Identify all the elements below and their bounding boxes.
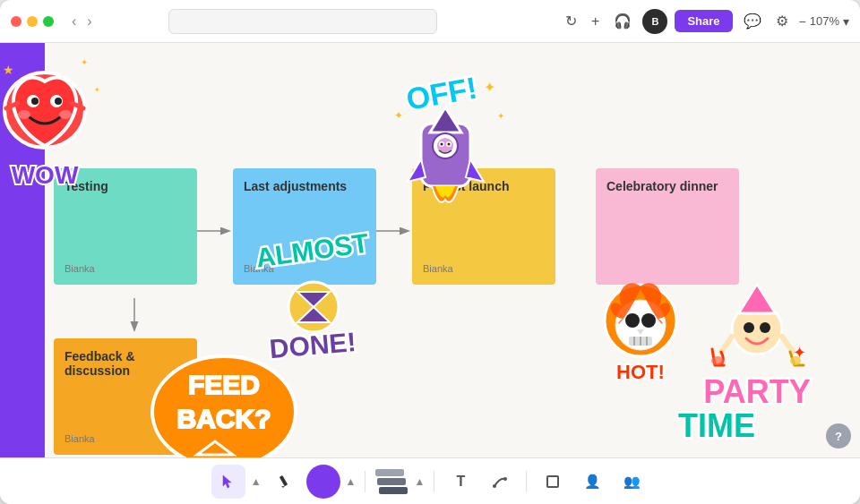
- frame-icon: [545, 474, 561, 490]
- zoom-level: 107%: [810, 14, 839, 28]
- help-button[interactable]: ?: [826, 423, 851, 448]
- headphone-icon[interactable]: 🎧: [610, 9, 635, 33]
- svg-text:HOT!: HOT!: [616, 361, 665, 383]
- svg-text:✦: ✦: [81, 57, 88, 67]
- stack-tool-button[interactable]: [374, 465, 408, 499]
- pen-tool-button[interactable]: [267, 465, 301, 499]
- svg-text:ALMOST: ALMOST: [254, 227, 371, 272]
- address-bar[interactable]: [168, 9, 437, 34]
- purple-circle-icon: [306, 465, 340, 499]
- svg-text:TIME: TIME: [678, 407, 755, 444]
- svg-text:WOW: WOW: [12, 161, 79, 189]
- sticker-wow: WOW ★ ✦ ✦: [0, 47, 125, 195]
- user-icon: 👤: [584, 474, 601, 490]
- svg-text:FEED: FEED: [188, 370, 260, 399]
- title-bar-right: ↻ + 🎧 B Share 💬 ⚙ − 107% ▾: [562, 9, 849, 34]
- svg-point-61: [503, 477, 507, 481]
- minimize-traffic-light[interactable]: [27, 16, 38, 27]
- user-tool-button[interactable]: 👤: [575, 465, 609, 499]
- note-last-adjustments-label: Last adjustments: [244, 179, 366, 193]
- note-project-launch-assignee: Bianka: [423, 263, 545, 274]
- frame-tool-button[interactable]: [536, 465, 570, 499]
- maximize-traffic-light[interactable]: [43, 16, 54, 27]
- close-traffic-light[interactable]: [11, 16, 22, 27]
- new-tab-button[interactable]: +: [588, 10, 603, 33]
- svg-text:★: ★: [3, 63, 14, 77]
- svg-point-30: [448, 143, 451, 146]
- svg-point-55: [790, 356, 801, 365]
- cursor-icon: [220, 474, 236, 490]
- toolbar-divider-1: [365, 471, 366, 492]
- toolbar-divider-2: [434, 471, 434, 492]
- svg-marker-59: [281, 486, 285, 488]
- app-window: ‹ › ↻ + 🎧 B Share 💬 ⚙ − 107% ▾: [0, 0, 860, 504]
- title-bar: ‹ › ↻ + 🎧 B Share 💬 ⚙ − 107% ▾: [0, 0, 860, 43]
- note-celebratory-dinner-label: Celebratory dinner: [606, 179, 728, 193]
- svg-point-50: [760, 322, 770, 333]
- svg-text:OFF!: OFF!: [404, 71, 480, 116]
- toolbar-divider-3: [526, 471, 527, 492]
- select-tool-chevron[interactable]: ▲: [251, 475, 262, 488]
- back-button[interactable]: ‹: [68, 12, 80, 31]
- text-tool-button[interactable]: T: [443, 465, 477, 499]
- stack-tool-chevron[interactable]: ▲: [414, 475, 425, 488]
- traffic-lights: [11, 16, 54, 27]
- svg-text:✦: ✦: [497, 111, 504, 121]
- connector-tool-button[interactable]: [483, 465, 517, 499]
- zoom-in-button[interactable]: ▾: [843, 14, 849, 29]
- nav-arrows: ‹ ›: [68, 12, 96, 31]
- users-icon: 👥: [624, 474, 641, 490]
- svg-point-39: [625, 313, 640, 328]
- svg-point-6: [31, 98, 39, 105]
- user-avatar: B: [642, 9, 667, 34]
- svg-line-52: [782, 337, 793, 352]
- sticker-off-rocket: OFF! ✦ ✦ ✦: [367, 70, 511, 213]
- comment-icon[interactable]: 💬: [740, 9, 765, 33]
- card-stack-icon: [375, 469, 408, 494]
- forward-button[interactable]: ›: [83, 12, 95, 31]
- svg-point-40: [641, 313, 656, 328]
- settings-icon[interactable]: ⚙: [772, 9, 792, 33]
- svg-text:BACK?: BACK?: [177, 404, 271, 433]
- svg-text:✦: ✦: [484, 80, 495, 95]
- svg-line-51: [721, 337, 732, 352]
- svg-point-29: [441, 143, 443, 146]
- svg-point-7: [55, 98, 62, 105]
- users-tool-button[interactable]: 👥: [615, 465, 649, 499]
- bottom-toolbar: ▲ ▲ ▲ T: [0, 457, 860, 504]
- sticker-almost-done: ALMOST DONE!: [242, 222, 385, 356]
- canvas-area[interactable]: Testing Bianka Last adjustments Bianka P…: [0, 43, 860, 457]
- svg-point-8: [18, 110, 30, 119]
- svg-rect-62: [547, 476, 558, 487]
- note-testing-assignee: Bianka: [64, 263, 186, 274]
- text-icon: T: [456, 474, 465, 490]
- svg-text:✦: ✦: [394, 109, 403, 122]
- circle-shape-button[interactable]: [306, 465, 340, 499]
- connector-icon: [492, 474, 508, 490]
- svg-marker-47: [739, 285, 775, 313]
- sticker-party-time: HOT! ✦: [582, 249, 833, 446]
- svg-text:PARTY: PARTY: [703, 373, 810, 410]
- pen-icon: [276, 474, 292, 490]
- svg-point-49: [744, 322, 754, 333]
- shape-tool-chevron[interactable]: ▲: [346, 475, 357, 488]
- reload-button[interactable]: ↻: [562, 9, 580, 33]
- zoom-control: − 107% ▾: [799, 14, 849, 29]
- svg-rect-58: [279, 474, 287, 485]
- svg-point-53: [711, 356, 724, 365]
- svg-text:✦: ✦: [94, 86, 100, 94]
- svg-point-9: [59, 110, 72, 119]
- share-button[interactable]: Share: [675, 10, 732, 32]
- zoom-out-button[interactable]: −: [799, 14, 806, 29]
- select-tool-button[interactable]: [211, 465, 245, 499]
- svg-point-60: [493, 484, 496, 488]
- sticker-feedback: FEED BACK?: [143, 347, 305, 457]
